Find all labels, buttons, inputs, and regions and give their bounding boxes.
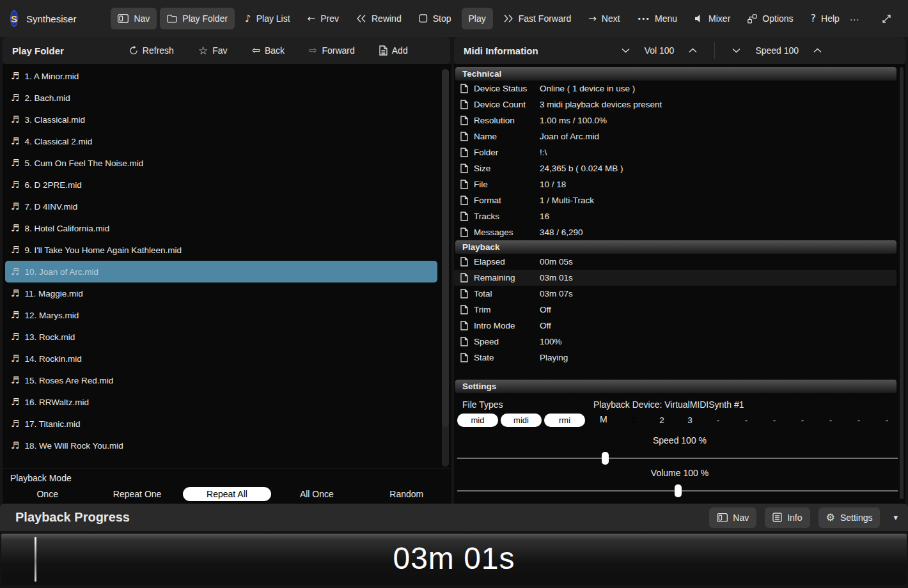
- info-row: NameJoan of Arc.mid: [454, 128, 896, 144]
- play-folder-button[interactable]: Play Folder: [160, 8, 235, 29]
- info-label: Remaining: [474, 273, 540, 282]
- stop-button[interactable]: Stop: [412, 8, 458, 29]
- file-row[interactable]: ♬6. D 2PRE.mid: [5, 174, 437, 196]
- speed-up-icon[interactable]: [813, 48, 822, 53]
- back-button[interactable]: ⇦ Back: [247, 45, 288, 57]
- page-icon: [460, 164, 468, 173]
- forward-button[interactable]: ⇨ Forward: [305, 45, 359, 57]
- device-slot-2[interactable]: 2: [648, 414, 676, 427]
- fav-button[interactable]: ☆ Fav: [194, 45, 231, 57]
- rewind-button[interactable]: Rewind: [349, 8, 409, 29]
- file-row[interactable]: ♬15. Roses Are Red.mid: [5, 369, 437, 391]
- mode-random[interactable]: Random: [362, 486, 451, 501]
- file-row[interactable]: ♬1. A Minor.mid: [5, 65, 437, 87]
- music-note-icon: ♬: [11, 70, 19, 82]
- menu-button[interactable]: ••• Menu: [630, 8, 685, 29]
- volume-slider[interactable]: [457, 484, 898, 497]
- bottom-settings-button[interactable]: ⚙ Settings: [818, 507, 881, 528]
- add-button[interactable]: Add: [375, 45, 412, 57]
- file-row[interactable]: ♬5. Cum On Feel The Noise.mid: [5, 152, 437, 174]
- nav-panel-icon: [717, 513, 728, 522]
- refresh-button[interactable]: Refresh: [125, 45, 178, 57]
- info-panel-scrollbar[interactable]: [900, 67, 904, 499]
- filetype-mid-button[interactable]: mid: [457, 414, 498, 427]
- speed-slider-thumb[interactable]: [602, 452, 609, 465]
- device-slot-8[interactable]: -: [817, 414, 845, 427]
- speed-slider[interactable]: [457, 452, 898, 465]
- speed-slider-track[interactable]: [457, 458, 898, 459]
- workflow-icon: [748, 14, 757, 24]
- help-button[interactable]: ? Help: [804, 8, 847, 29]
- back-arrow-icon: ⇦: [251, 45, 260, 56]
- window-resize-button[interactable]: [882, 15, 891, 23]
- file-row[interactable]: ♬16. RRWaltz.mid: [5, 391, 437, 413]
- mode-all-once[interactable]: All Once: [272, 486, 361, 501]
- volume-slider-thumb[interactable]: [675, 484, 682, 497]
- play-list-button[interactable]: ♪ Play List: [238, 8, 297, 29]
- mixer-button-label: Mixer: [708, 13, 730, 24]
- info-row: Elapsed00m 05s: [454, 254, 896, 270]
- volume-control: Vol 100: [622, 45, 698, 56]
- device-slot-5[interactable]: -: [732, 414, 760, 427]
- mixer-button[interactable]: Mixer: [687, 8, 737, 29]
- device-slot-7[interactable]: -: [788, 414, 817, 427]
- scrollbar-thumb[interactable]: [442, 69, 449, 427]
- music-note-icon: ♬: [11, 222, 19, 234]
- info-row: File10 / 18: [454, 176, 896, 192]
- mode-repeat-one[interactable]: Repeat One: [92, 486, 182, 501]
- file-row[interactable]: ♬4. Classical 2.mid: [5, 130, 437, 152]
- info-value: 16: [540, 212, 549, 221]
- file-row[interactable]: ♬18. We Will Rock You.mid: [5, 435, 437, 456]
- file-row[interactable]: ♬11. Maggie.mid: [5, 282, 437, 304]
- playback-progress-zone: 03m 01s: [0, 531, 908, 588]
- info-label: Messages: [474, 228, 540, 237]
- speed-control: Speed 100: [732, 45, 822, 56]
- bottom-info-button[interactable]: Info: [765, 507, 810, 528]
- filetype-midi-button[interactable]: midi: [501, 414, 542, 427]
- fast-forward-icon: [503, 14, 513, 23]
- volume-up-icon[interactable]: [689, 48, 697, 53]
- info-row: Speed100%: [454, 334, 896, 350]
- bottom-buttons: Nav Info ⚙ Settings ▾: [709, 507, 898, 528]
- info-label: Name: [474, 132, 540, 141]
- filetype-rmi-button[interactable]: rmi: [544, 414, 585, 427]
- volume-down-icon[interactable]: [622, 48, 630, 53]
- options-button[interactable]: Options: [740, 8, 800, 29]
- file-label: 15. Roses Are Red.mid: [24, 376, 113, 385]
- file-label: 13. Rock.mid: [24, 332, 75, 342]
- device-slot-10[interactable]: -: [873, 414, 901, 427]
- fast-forward-button[interactable]: Fast Forward: [496, 8, 578, 29]
- file-row[interactable]: ♬13. Rock.mid: [5, 326, 437, 348]
- bottom-nav-button[interactable]: Nav: [709, 507, 756, 528]
- file-label: 14. Rockin.mid: [24, 354, 81, 364]
- window-more-button[interactable]: ···: [850, 13, 859, 24]
- file-row[interactable]: ♬9. I'll Take You Home Again Kathleen.mi…: [5, 239, 437, 261]
- next-button[interactable]: → Next: [581, 8, 627, 29]
- file-row[interactable]: ♬7. D 4INV.mid: [5, 196, 437, 217]
- device-slot-4[interactable]: -: [704, 414, 732, 427]
- device-slot-1-selected[interactable]: 1: [621, 414, 646, 427]
- speaker-icon: [694, 14, 703, 23]
- file-row[interactable]: ♬17. Titanic.mid: [5, 413, 437, 435]
- file-list-scrollbar[interactable]: [442, 69, 449, 467]
- file-row[interactable]: ♬12. Marys.mid: [5, 304, 437, 326]
- collapse-chevron-icon[interactable]: ▾: [893, 513, 898, 522]
- rewind-button-label: Rewind: [372, 13, 402, 24]
- info-label: File: [474, 180, 540, 189]
- mode-once[interactable]: Once: [3, 486, 92, 501]
- prev-button[interactable]: ← Prev: [301, 8, 346, 29]
- device-slot-6[interactable]: -: [760, 414, 788, 427]
- nav-button[interactable]: Nav: [111, 8, 157, 29]
- file-row[interactable]: ♬8. Hotel California.mid: [5, 217, 437, 239]
- file-row[interactable]: ♬14. Rockin.mid: [5, 348, 437, 369]
- file-row[interactable]: ♬2. Bach.mid: [5, 87, 437, 109]
- mode-repeat-all-selected[interactable]: Repeat All: [182, 486, 272, 501]
- page-icon: [460, 148, 468, 157]
- play-button[interactable]: Play: [462, 8, 493, 29]
- device-slot-3[interactable]: 3: [676, 414, 704, 427]
- progress-track[interactable]: 03m 01s: [1, 534, 907, 585]
- device-slot-9[interactable]: -: [845, 414, 873, 427]
- file-row-selected[interactable]: ♬10. Joan of Arc.mid: [5, 261, 437, 282]
- file-row[interactable]: ♬3. Classical.mid: [5, 109, 437, 130]
- speed-down-icon[interactable]: [732, 48, 740, 53]
